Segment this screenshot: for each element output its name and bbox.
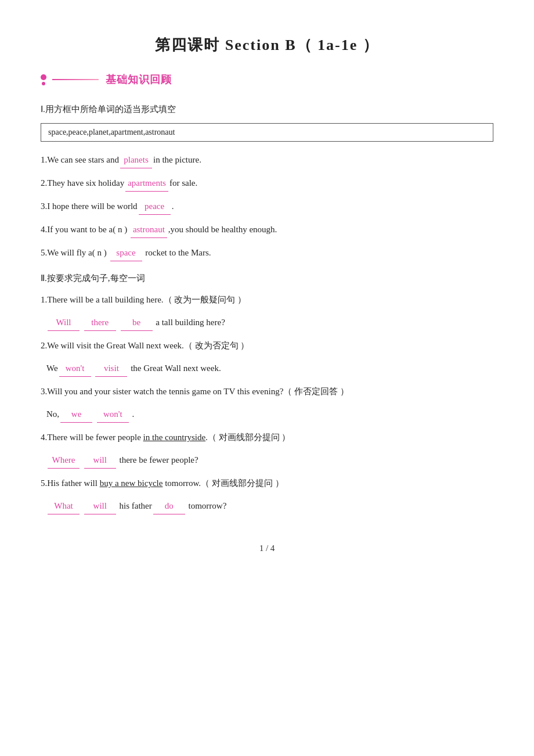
ex4-after: ,you should be healthy enough. [168,225,277,234]
answer-rest-5: tomorrow? [188,501,226,510]
answer-wont2: won't [97,406,129,423]
dot-circle-large [41,74,46,80]
answer-do: do [153,498,185,514]
answer-what: What [48,498,80,514]
exercise-ii-3-sentence: 3.Will you and your sister watch the ten… [41,384,493,399]
answer-his-father: his father [120,501,152,510]
ex4-answer: astronaut [131,222,167,238]
answer-where: Where [48,452,80,469]
part-i-title: Ⅰ.用方框中所给单词的适当形式填空 [41,104,493,115]
ex4-before: 4.If you want to be a( n ) [41,225,129,234]
ex3-after: . [172,201,174,211]
exercise-i-5: 5.We will fly a( n ) space rocket to the… [41,245,493,261]
answer-visit: visit [95,361,127,377]
exercise-ii-3-answer: No,we won't . [41,406,493,423]
answer-will4: will [84,452,116,469]
exercise-i-4: 4.If you want to be a( n ) astronaut,you… [41,222,493,238]
section-title: 基础知识回顾 [106,73,172,87]
ex-ii-4-text: 4.There will be fewer people [41,433,143,442]
ex2-after: for sale. [169,178,197,188]
ex3-answer: peace [139,199,171,215]
exercises-part-i: 1.We can see stars andplanetsin the pict… [41,152,493,261]
ex-ii-1-text: 1.There will be a tall building here.（ 改… [41,295,246,304]
page-footer: 1 / 4 [41,543,493,553]
ex-ii-4-after: .（ 对画线部分提问 ） [205,433,290,442]
ex1-after: in the picture. [153,155,201,164]
exercise-ii-4-sentence: 4.There will be fewer people in the coun… [41,430,493,445]
ex2-before: 2.They have six holiday [41,178,124,188]
answer-rest-3: . [132,409,135,419]
exercise-ii-5-sentence: 5.His father will buy a new bicycle tomo… [41,476,493,491]
exercise-i-1: 1.We can see stars andplanetsin the pict… [41,152,493,168]
answer-be: be [121,315,153,331]
answer-will5: will [84,498,116,514]
dot-icon [41,74,46,85]
ex-ii-5-underlined: buy a new bicycle [100,478,163,488]
ex-ii-5-after: tomorrow.（ 对画线部分提问 ） [163,478,283,488]
exercise-ii-2-sentence: 2.We will visit the Great Wall next week… [41,338,493,354]
page-title: 第四课时 Section B（ 1a-1e ） [41,35,493,55]
exercise-i-2: 2.They have six holidayapartmentsfor sal… [41,175,493,192]
ex-ii-5-text: 5.His father will [41,478,100,488]
ex5-after: rocket to the Mars. [143,248,211,257]
exercise-ii-5-answer: What will his fatherdo tomorrow? [41,498,493,514]
answer-rest-4: there be fewer people? [120,455,199,465]
ex-ii-3-text: 3.Will you and your sister watch the ten… [41,387,349,396]
section-line [52,79,99,80]
answer-wont: won't [59,361,91,377]
exercise-ii-4-answer: Where will there be fewer people? [41,452,493,469]
ex1-before: 1.We can see stars and [41,155,119,164]
ex-ii-2-text: 2.We will visit the Great Wall next week… [41,341,249,350]
answer-we2: we [60,406,92,423]
ex5-answer: space [110,245,142,261]
exercise-ii-1-sentence: 1.There will be a tall building here.（ 改… [41,292,493,308]
ex5-before: 5.We will fly a( n ) [41,248,109,257]
exercise-ii-1-answer: Will there be a tall building here? [41,315,493,331]
part-ii-title: Ⅱ.按要求完成句子,每空一词 [41,273,493,284]
ex-ii-4-underlined: in the countryside [143,433,205,442]
ex1-answer: planets [120,152,152,168]
ex3-before: 3.I hope there will be world [41,201,138,211]
section-header: 基础知识回顾 [41,73,493,87]
answer-no: No, [46,409,59,419]
answer-we: We [46,363,58,373]
exercises-part-ii: 1.There will be a tall building here.（ 改… [41,292,493,514]
answer-will: Will [48,315,80,331]
answer-rest-1: a tall building here? [156,318,225,327]
dot-circle-small [42,82,45,85]
word-box: space,peace,planet,apartment,astronaut [41,123,493,142]
answer-there: there [84,315,116,331]
exercise-i-3: 3.I hope there will be worldpeace. [41,199,493,215]
answer-rest-2: the Great Wall next week. [131,363,221,373]
exercise-ii-2-answer: Wewon't visit the Great Wall next week. [41,361,493,377]
ex2-answer: apartments [125,175,168,192]
